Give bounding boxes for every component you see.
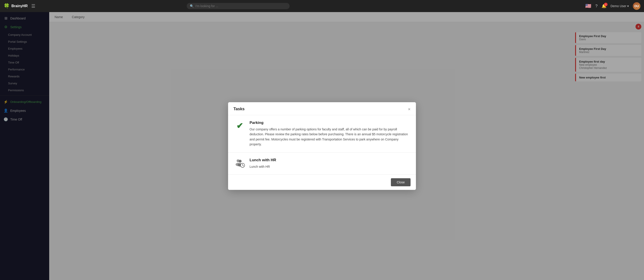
logo-text: BrainyHR xyxy=(12,4,28,8)
search-bar: 🔍 xyxy=(187,3,290,9)
task-content-parking: Parking Our company offers a number of p… xyxy=(250,120,410,147)
modal-overlay[interactable]: Tasks × ✔ Parking Our company offers a n… xyxy=(0,12,644,280)
task-title-lunch: Lunch with HR xyxy=(250,158,410,162)
task-desc-parking: Our company offers a number of parking o… xyxy=(250,127,410,147)
modal-body: ✔ Parking Our company offers a number of… xyxy=(228,115,416,175)
task-desc-lunch: Lunch with HR xyxy=(250,164,410,169)
nav-right: 🇺🇸 ? 🔔 1 Demo User ▾ DU xyxy=(585,2,640,10)
tasks-modal: Tasks × ✔ Parking Our company offers a n… xyxy=(228,102,416,190)
task-item-parking: ✔ Parking Our company offers a number of… xyxy=(228,115,416,152)
notification-bell[interactable]: 🔔 1 xyxy=(602,4,606,8)
user-label: Demo User xyxy=(610,4,626,8)
people-clock-icon xyxy=(234,158,245,168)
search-input[interactable] xyxy=(196,4,286,8)
task-icon-lunch xyxy=(234,158,245,169)
svg-point-2 xyxy=(238,160,242,162)
avatar[interactable]: DU xyxy=(633,2,640,10)
close-button[interactable]: Close xyxy=(391,178,410,186)
user-menu[interactable]: Demo User ▾ xyxy=(610,4,629,8)
flag-icon[interactable]: 🇺🇸 xyxy=(585,3,591,9)
task-icon-parking: ✔ xyxy=(234,120,245,131)
task-content-lunch: Lunch with HR Lunch with HR xyxy=(250,158,410,169)
notification-badge: 1 xyxy=(604,3,608,6)
modal-footer: Close xyxy=(228,175,416,190)
modal-close-button[interactable]: × xyxy=(408,107,410,111)
task-item-lunch: Lunch with HR Lunch with HR xyxy=(228,152,416,175)
check-icon: ✔ xyxy=(236,121,243,130)
help-button[interactable]: ? xyxy=(595,4,598,8)
task-title-parking: Parking xyxy=(250,120,410,125)
modal-title: Tasks xyxy=(234,107,245,111)
user-dropdown-icon: ▾ xyxy=(627,4,629,8)
modal-header: Tasks × xyxy=(228,102,416,115)
logo[interactable]: 🍀 BrainyHR xyxy=(4,3,28,9)
search-icon: 🔍 xyxy=(190,4,194,8)
hamburger-button[interactable]: ☰ xyxy=(31,3,35,9)
avatar-image: DU xyxy=(633,2,640,10)
top-nav: 🍀 BrainyHR ☰ 🔍 🇺🇸 ? 🔔 1 Demo User ▾ DU xyxy=(0,0,644,12)
logo-icon: 🍀 xyxy=(4,3,10,9)
